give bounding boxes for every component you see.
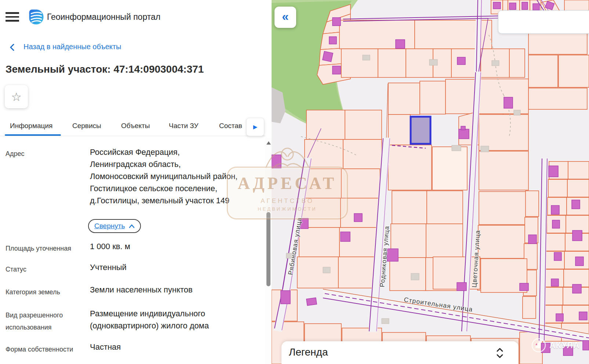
collapse-address-button[interactable]: Свернуть xyxy=(88,219,141,233)
map-search-panel[interactable] xyxy=(498,10,589,34)
legend-title: Легенда xyxy=(289,346,328,358)
hamburger-menu-icon[interactable] xyxy=(6,12,19,22)
collapse-label: Свернуть xyxy=(94,222,125,230)
tab-servisy[interactable]: Сервисы xyxy=(72,122,101,130)
field-value-permitted-use: Размещение индивидуального (одноквартирн… xyxy=(90,307,238,332)
field-label-area: Площадь уточненная xyxy=(6,243,86,255)
back-chevron-icon[interactable] xyxy=(9,44,16,51)
tabs-scroll-next-button[interactable]: ▶ xyxy=(246,118,264,136)
field-label-land-category: Категория земель xyxy=(6,286,86,298)
scrollbar-thumb[interactable] xyxy=(266,212,270,286)
panel-scrollbar[interactable] xyxy=(265,138,272,364)
field-label-permitted-use: Вид разрешенного использования xyxy=(6,309,86,334)
field-value-ownership: Частная xyxy=(90,341,238,353)
field-label-status: Статус xyxy=(6,263,86,276)
legend-panel: Легенда xyxy=(281,341,519,364)
details-panel: Геоинформационный портал Назад в найденн… xyxy=(0,0,272,364)
field-label-ownership: Форма собственности xyxy=(6,343,86,356)
portal-logo-icon xyxy=(28,8,45,26)
field-value-address: Российская Федерация, Ленинградская обла… xyxy=(90,146,238,207)
chevron-up-icon xyxy=(129,224,135,228)
star-icon: ☆ xyxy=(11,91,22,103)
tabs-divider xyxy=(0,136,265,136)
back-to-results-link[interactable]: Назад в найденные объекты xyxy=(23,43,121,51)
legend-expand-icon[interactable] xyxy=(496,347,504,359)
selected-parcel[interactable] xyxy=(411,117,430,144)
map-canvas[interactable]: Рябиновая улица Родниковая улица Цветочн… xyxy=(272,0,589,364)
field-value-land-category: Земли населенных пунктов xyxy=(90,284,238,296)
tab-chasti-zu[interactable]: Части ЗУ xyxy=(169,122,199,130)
map-panel-collapse-button[interactable]: « xyxy=(274,7,296,28)
tab-sostav[interactable]: Состав xyxy=(219,122,242,130)
active-tab-underline xyxy=(5,134,61,136)
double-chevron-left-icon: « xyxy=(282,10,288,23)
field-label-address: Адрес xyxy=(6,148,86,160)
play-arrow-icon: ▶ xyxy=(253,124,258,130)
scrollbar-up-icon[interactable] xyxy=(266,141,271,145)
field-value-status: Учтенный xyxy=(90,261,238,273)
tab-informatsiya[interactable]: Информация xyxy=(10,122,52,130)
app-title: Геоинформационный портал xyxy=(47,12,160,22)
tab-obekty[interactable]: Объекты xyxy=(121,122,150,130)
page-title: Земельный участок: 47:14:0903004:371 xyxy=(6,63,204,75)
favorite-button[interactable]: ☆ xyxy=(5,85,28,108)
field-value-area: 1 000 кв. м xyxy=(90,240,238,252)
